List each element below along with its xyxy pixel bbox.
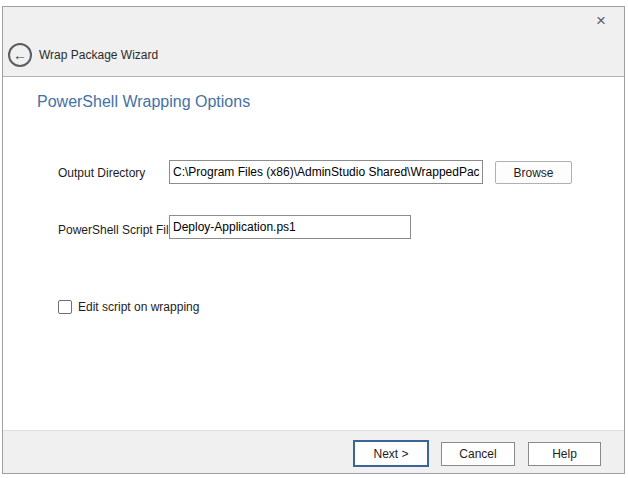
browse-button[interactable]: Browse — [495, 161, 572, 184]
edit-script-checkbox-label[interactable]: Edit script on wrapping — [78, 300, 199, 314]
output-directory-input[interactable] — [169, 160, 483, 184]
edit-script-checkbox[interactable] — [58, 300, 72, 314]
edit-script-row: Edit script on wrapping — [58, 300, 199, 314]
close-icon[interactable]: × — [590, 9, 612, 31]
cancel-button[interactable]: Cancel — [441, 442, 515, 466]
help-button[interactable]: Help — [528, 442, 601, 466]
output-directory-label: Output Directory — [58, 166, 145, 180]
wizard-header: × ← Wrap Package Wizard — [3, 7, 624, 77]
wrap-package-wizard-window: × ← Wrap Package Wizard PowerShell Wrapp… — [2, 6, 625, 474]
powershell-script-file-label: PowerShell Script File — [58, 223, 175, 237]
wizard-title: Wrap Package Wizard — [39, 48, 158, 62]
back-button[interactable]: ← — [8, 43, 32, 67]
powershell-script-file-input[interactable] — [169, 215, 411, 239]
page-title: PowerShell Wrapping Options — [37, 93, 250, 111]
next-button[interactable]: Next > — [353, 440, 429, 467]
back-arrow-icon: ← — [13, 48, 27, 62]
